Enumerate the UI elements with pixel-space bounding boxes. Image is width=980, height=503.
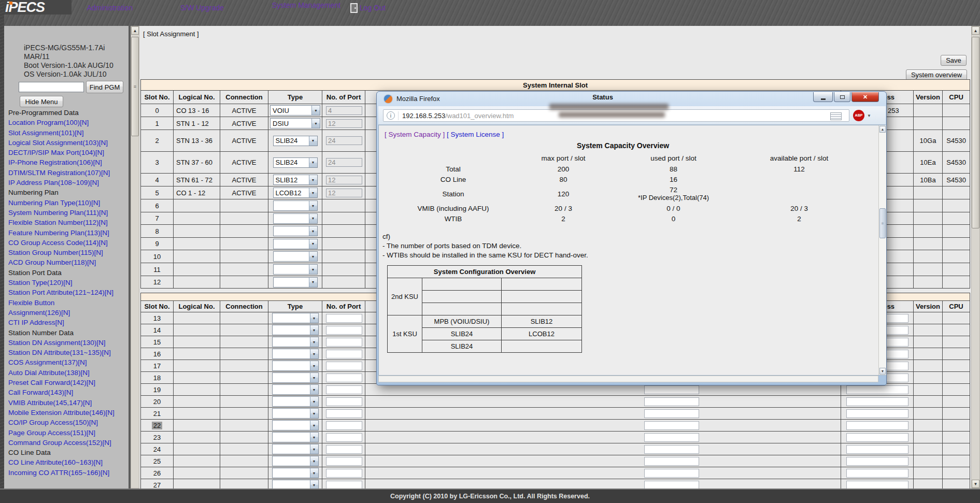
dropdown-arrow-icon[interactable]: ▼ (309, 188, 317, 197)
popup-vertical-scrollbar[interactable]: ▲ ≡ ▼ (878, 125, 886, 375)
type-select[interactable]: SLIB24▼ (273, 136, 318, 146)
nav-administration[interactable]: Administration (67, 4, 152, 12)
status-input[interactable] (644, 481, 699, 489)
dropdown-arrow-icon[interactable]: ▼ (310, 337, 318, 347)
content-left-scrollbar[interactable]: ▲ ≡ (131, 26, 139, 488)
ip-address-input[interactable] (846, 409, 908, 418)
ip-address-input[interactable] (846, 433, 908, 442)
dropdown-arrow-icon[interactable]: ▼ (309, 214, 317, 223)
port-count-input[interactable] (326, 106, 362, 115)
popup-horizontal-scrollbar[interactable] (378, 376, 878, 382)
status-input[interactable] (644, 409, 699, 418)
type-select[interactable]: ▼ (272, 337, 319, 347)
sidebar-menu-link[interactable]: CO/IP Group Access(150)[N] (8, 418, 125, 427)
port-count-input[interactable] (326, 119, 362, 128)
type-select[interactable]: ▼ (273, 200, 318, 211)
ip-address-input[interactable] (846, 469, 908, 478)
sidebar-menu-link[interactable]: Station DN Assignment(130)[N] (8, 338, 125, 348)
site-info-icon[interactable] (387, 111, 395, 120)
port-count-input[interactable] (326, 433, 362, 442)
type-select[interactable]: ▼ (272, 325, 319, 335)
port-count-input[interactable] (326, 409, 362, 418)
type-select[interactable]: ▼ (272, 313, 319, 323)
dropdown-arrow-icon[interactable]: ▼ (310, 468, 318, 478)
system-overview-button[interactable]: System overview (906, 69, 967, 80)
ip-address-input[interactable] (846, 457, 908, 466)
system-capacity-link[interactable]: [ System Capacity ] (385, 131, 445, 138)
dropdown-arrow-icon[interactable]: ▼ (310, 480, 318, 488)
port-count-input[interactable] (326, 338, 362, 347)
type-select[interactable]: ▼ (272, 456, 319, 466)
sidebar-menu-link[interactable]: COS Assignment(137)[N] (8, 357, 125, 367)
type-select[interactable]: ▼ (272, 468, 319, 478)
nav-system-management[interactable]: System Management (265, 1, 348, 9)
sidebar-menu-link[interactable]: IP Address Plan(108~109)[N] (8, 178, 125, 188)
port-count-input[interactable] (326, 350, 362, 358)
dropdown-arrow-icon[interactable]: ▼ (309, 136, 317, 146)
nav-log-out[interactable]: Log Out (360, 4, 396, 12)
hide-menu-button[interactable]: Hide Menu (20, 96, 63, 107)
status-input[interactable] (644, 445, 699, 454)
sidebar-menu-link[interactable]: DECT/IP/SIP Max Port(104)[N] (8, 148, 125, 157)
type-select[interactable]: ▼ (273, 226, 318, 236)
status-input[interactable] (644, 469, 699, 478)
type-select[interactable]: ▼ (272, 361, 319, 371)
sidebar-menu-link[interactable]: ACD Group Number(118)[N] (8, 257, 125, 267)
port-count-input[interactable] (326, 362, 362, 370)
port-count-input[interactable] (326, 176, 362, 184)
type-select[interactable]: ▼ (272, 384, 319, 395)
type-select[interactable]: DSIU▼ (270, 118, 320, 128)
sidebar-menu-link[interactable]: Call Forward(143)[N] (8, 387, 125, 397)
ip-address-input[interactable] (846, 385, 908, 394)
scroll-down-button[interactable]: ▼ (879, 368, 886, 375)
dropdown-arrow-icon[interactable]: ▼ (310, 385, 318, 394)
scroll-up-button[interactable]: ▲ (879, 126, 886, 133)
dropdown-arrow-icon[interactable]: ▼ (310, 349, 318, 358)
port-count-input[interactable] (326, 136, 362, 145)
dropdown-arrow-icon[interactable]: ▼ (311, 106, 320, 115)
type-select[interactable]: ▼ (272, 408, 319, 419)
port-count-input[interactable] (326, 457, 362, 466)
dropdown-arrow-icon[interactable]: ▼ (310, 409, 318, 418)
sidebar-menu-link[interactable]: Incoming CO ATTR(165~166)[N] (8, 468, 125, 478)
type-select[interactable]: ▼ (272, 432, 319, 442)
sidebar-menu-link[interactable]: System Numbering Plan(111)[N] (8, 208, 125, 218)
dropdown-arrow-icon[interactable]: ▼ (311, 119, 320, 128)
adblock-dropdown-arrow-icon[interactable]: ▼ (867, 113, 871, 118)
type-select[interactable]: ▼ (272, 420, 319, 430)
type-select[interactable]: ▼ (273, 277, 318, 288)
type-select[interactable]: ▼ (273, 251, 318, 262)
dropdown-arrow-icon[interactable]: ▼ (309, 226, 317, 236)
sidebar-menu-link[interactable]: Preset Call Forward(142)[N] (8, 378, 125, 387)
dropdown-arrow-icon[interactable]: ▼ (309, 201, 317, 210)
port-count-input[interactable] (326, 469, 362, 478)
save-button[interactable]: Save (941, 55, 967, 66)
port-count-input[interactable] (326, 481, 362, 489)
sidebar-menu-link[interactable]: Station Group Number(115)[N] (8, 248, 125, 257)
type-select[interactable]: ▼ (272, 396, 319, 407)
type-select[interactable]: ▼ (273, 239, 318, 249)
dropdown-arrow-icon[interactable]: ▼ (310, 313, 318, 323)
status-input[interactable] (644, 397, 699, 406)
sidebar-menu-link[interactable]: Flexible Station Number(112)[N] (8, 218, 125, 227)
reader-mode-icon[interactable] (830, 112, 842, 120)
port-count-input[interactable] (326, 445, 362, 454)
sidebar-menu-link[interactable]: CO Line Attribute(160~163)[N] (8, 457, 125, 467)
port-count-input[interactable] (326, 397, 362, 406)
sidebar-menu-link[interactable]: VMIB Attribute(145,147)[N] (8, 398, 125, 408)
dropdown-arrow-icon[interactable]: ▼ (309, 252, 317, 261)
port-count-input[interactable] (326, 373, 362, 382)
maximize-button[interactable] (834, 92, 850, 102)
find-pgm-input[interactable] (19, 82, 84, 92)
ip-address-input[interactable] (846, 445, 908, 454)
dropdown-arrow-icon[interactable]: ▼ (310, 456, 318, 466)
sidebar-menu-link[interactable]: Numbering Plan Type(110)[N] (8, 198, 125, 208)
sidebar-menu-link[interactable]: Feature Numbering Plan(113)[N] (8, 228, 125, 238)
status-input[interactable] (644, 433, 699, 442)
sidebar-menu-link[interactable]: Station Port Attribute(121~124)[N] (8, 288, 125, 297)
sidebar-menu-link[interactable]: Slot Assignment(101)[N] (8, 128, 125, 138)
dropdown-arrow-icon[interactable]: ▼ (310, 421, 318, 430)
dropdown-arrow-icon[interactable]: ▼ (309, 175, 317, 184)
ip-address-input[interactable] (846, 397, 908, 406)
dropdown-arrow-icon[interactable]: ▼ (310, 325, 318, 335)
